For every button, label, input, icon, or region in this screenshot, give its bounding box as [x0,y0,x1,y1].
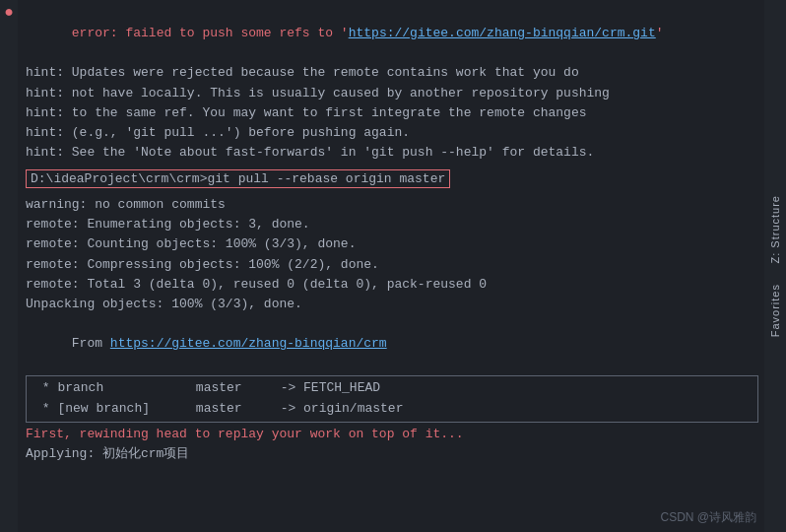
from-link[interactable]: https://gitee.com/zhang-binqqian/crm [110,336,387,351]
error-text: error: failed to push some refs to ' [72,26,349,40]
hint-line-4: hint: (e.g., 'git pull ...') before push… [26,123,758,143]
terminal-output: error: failed to push some refs to 'http… [18,0,764,532]
right-sidebar: Z: Structure Favorites [764,0,786,532]
branch-line-2: * [new branch] master -> origin/master [34,399,750,420]
remote-compress: remote: Compressing objects: 100% (2/2),… [26,255,758,275]
error-line: error: failed to push some refs to 'http… [26,4,758,63]
from-line: From https://gitee.com/zhang-binqqian/cr… [26,314,758,373]
left-sidebar: ● [0,0,18,532]
remote-total: remote: Total 3 (delta 0), reused 0 (del… [26,275,758,295]
structure-label: Z: Structure [769,195,781,263]
hint-line-1: hint: Updates were rejected because the … [26,63,758,83]
hint-line-5: hint: See the 'Note about fast-forwards'… [26,143,758,163]
terminal-container: ● error: failed to push some refs to 'ht… [0,0,786,532]
applying-line: Applying: 初始化crm项目 [26,444,758,464]
unpack-line: Unpacking objects: 100% (3/3), done. [26,295,758,314]
warning-line: warning: no common commits [26,195,758,215]
watermark: CSDN @诗风雅韵 [660,509,756,526]
hint-line-2: hint: not have locally. This is usually … [26,84,758,103]
remote-count: remote: Counting objects: 100% (3/3), do… [26,234,758,254]
error-link[interactable]: https://gitee.com/zhang-binqqian/crm.git [349,26,656,40]
rewind-line: First, rewinding head to replay your wor… [26,425,758,444]
hint-line-3: hint: to the same ref. You may want to f… [26,103,758,123]
branch-box: * branch master -> FETCH_HEAD * [new bra… [26,375,758,423]
branch-line-1: * branch master -> FETCH_HEAD [34,378,750,399]
favorites-label: Favorites [769,284,781,337]
command-text: D:\ideaProject\crm\crm>git pull --rebase… [31,171,445,186]
remote-enum: remote: Enumerating objects: 3, done. [26,215,758,234]
command-line-wrapper: D:\ideaProject\crm\crm>git pull --rebase… [26,166,758,191]
from-text: From [72,336,110,351]
error-indicator: ● [4,4,14,22]
command-box: D:\ideaProject\crm\crm>git pull --rebase… [26,169,450,188]
